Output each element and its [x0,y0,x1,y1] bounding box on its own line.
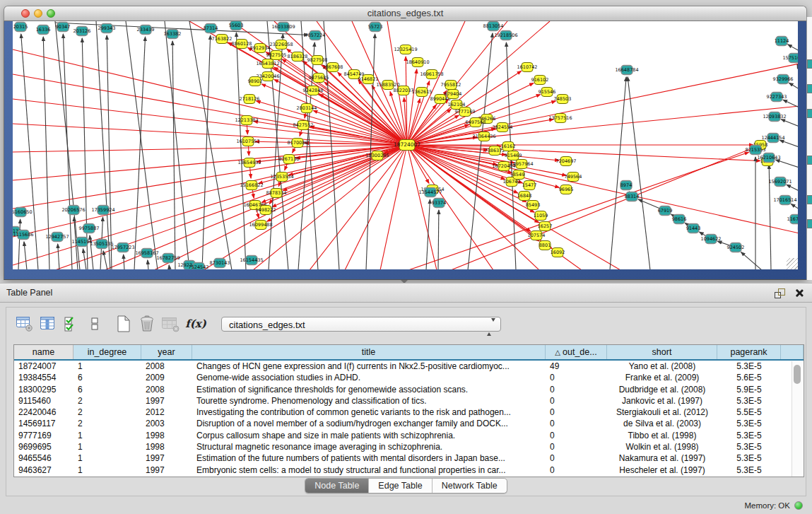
graph-node-9827505[interactable]: 9827505 [266,51,287,60]
table-cell[interactable]: Disruption of a novel member of a sodium… [192,418,546,429]
tab-edge-table[interactable]: Edge Table [369,479,432,493]
table-row[interactable]: 1938455462009Genome-wide association stu… [14,372,804,383]
graph-node-5498222[interactable]: 5498222 [256,206,276,215]
graph-node-96965[interactable]: 96965 [559,185,574,194]
graph-node-12213383[interactable]: 12213383 [235,116,258,125]
graph-node-15166822[interactable]: 15166822 [240,181,263,190]
graph-node-916102[interactable]: 916102 [531,76,549,85]
graph-node-93374[interactable]: 93374 [432,199,447,208]
table-cell[interactable]: Investigating the contribution of common… [192,407,546,418]
table-cell[interactable]: 1998 [141,430,192,441]
graph-node-20315[interactable]: 20315 [13,23,28,32]
table-cell[interactable]: Hescheler et al. (1997) [607,465,717,476]
graph-node-16099488[interactable]: 16099488 [249,221,272,230]
memory-indicator[interactable] [794,501,803,510]
graph-node-2718126[interactable]: 2718126 [240,95,260,104]
table-cell[interactable]: 0 [546,407,607,418]
graph-node-18640910[interactable]: 18640910 [406,58,429,67]
table-cell[interactable]: Yano et al. (2008) [607,361,717,372]
graph-node-8549[interactable]: 8549 [513,170,525,180]
graph-node-203126[interactable]: 203126 [73,27,91,36]
graph-node-8912934[interactable]: 8912934 [250,44,271,53]
tab-node-table[interactable]: Node Table [305,479,369,493]
table-cell[interactable]: 9699695 [14,441,73,452]
table-cell[interactable]: 2 [73,407,141,418]
unselect-all-button[interactable] [85,314,105,334]
table-cell[interactable]: 0 [546,372,607,383]
delete-button[interactable] [137,314,157,334]
network-canvas[interactable]: 7163822886012889129342322605898275051654… [13,21,798,269]
graph-node-17359924[interactable]: 17359924 [91,206,114,215]
scrollbar-thumb[interactable] [794,365,801,384]
table-cell[interactable]: Tibbo et al. (1998) [607,430,717,441]
table-cell[interactable]: 6 [73,372,141,383]
graph-node-13654932[interactable]: 13654932 [237,158,261,168]
graph-node-12325419[interactable]: 12325419 [394,45,417,54]
graph-node-1610742[interactable]: 1610742 [517,63,538,72]
graph-node-915469[interactable]: 915469 [505,151,522,160]
table-cell[interactable]: 9115460 [14,395,73,407]
graph-node-299343[interactable]: 299343 [98,24,116,33]
table-row[interactable]: 969969511998Structural magnetic resonanc… [14,441,804,452]
table-cell[interactable]: 18300295 [14,384,73,395]
table-cell[interactable]: 1998 [141,441,192,452]
table-cell[interactable]: Genome-wide association studies in ADHD. [192,372,546,383]
graph-node-7204697[interactable]: 7204697 [556,157,577,166]
graph-node-16848[interactable]: 16848 [517,192,532,201]
table-cell[interactable]: 5.5E-5 [717,407,781,418]
graph-node-85493[interactable]: 85493 [526,201,541,210]
table-row[interactable]: 1872400712008Changes of HCN gene express… [14,361,804,372]
table-cell[interactable]: 0 [546,430,607,441]
table-cell[interactable]: Stergiakouli et al. (2012) [607,407,717,418]
graph-node-1145194[interactable]: 1145194 [72,238,93,247]
graph-node-67919[interactable]: 67919 [658,206,673,216]
table-cell[interactable]: 5.3E-5 [717,361,781,372]
graph-node-915546[interactable]: 915546 [539,88,556,97]
graph-node-19218506[interactable]: 19218506 [494,31,517,40]
table-cell[interactable]: 5.3E-5 [717,465,781,476]
table-cell[interactable]: Structural magnetic resonance image aver… [192,441,546,452]
table-cell[interactable]: 1 [73,361,141,372]
table-cell[interactable]: 9465546 [14,452,73,464]
graph-node-13544577[interactable]: 13544577 [418,188,442,197]
graph-node-91443[interactable]: 91443 [686,224,701,233]
graph-node-25160650[interactable]: 25160650 [13,208,33,217]
graph-node-8822037[interactable]: 8822037 [394,86,414,95]
graph-node-116753[interactable]: 116753 [787,215,798,224]
table-cell[interactable]: 14569117 [14,418,73,429]
graph-node-98616[interactable]: 98616 [672,215,687,224]
table-cell[interactable]: 5.3E-5 [717,430,781,441]
graph-node-55603[interactable]: 55603 [229,21,244,30]
table-row[interactable]: 2242004622012Investigating the contribut… [14,407,804,418]
table-cell[interactable]: Franke et al. (2009) [607,372,717,383]
table-cell[interactable]: 9777169 [14,430,73,441]
table-cell[interactable]: 0 [546,395,607,407]
table-cell[interactable]: de Silva et al. (2003) [607,418,717,429]
graph-node-15692071[interactable]: 15692071 [768,177,792,187]
table-cell[interactable]: 2009 [141,372,192,383]
table-cell[interactable]: 19384554 [14,372,73,383]
table-mode-button[interactable] [15,314,35,334]
column-header-short[interactable]: short [607,345,717,359]
show-columns-button[interactable] [38,314,58,334]
table-cell[interactable]: 5.9E-5 [717,384,781,395]
column-header-year[interactable]: year [141,345,192,359]
table-cell[interactable]: 2 [73,395,141,407]
window-titlebar[interactable]: citations_edges.txt [4,6,807,21]
graph-node-23226058[interactable]: 23226058 [269,40,293,49]
graph-node-15477[interactable]: 15477 [522,181,537,190]
table-cell[interactable]: 6 [73,384,141,395]
graph-node-87314[interactable]: 87314 [204,24,218,33]
tab-network-table[interactable]: Network Table [433,479,507,493]
table-cell[interactable]: Jankovic et al. (1997) [607,395,717,407]
graph-node-1094622[interactable]: 1094622 [701,235,722,244]
graph-node-15751074[interactable]: 15751074 [782,54,798,63]
graph-node-8730143[interactable]: 8730143 [210,259,230,268]
graph-node-1362615[interactable]: 1362615 [412,88,433,97]
table-cell[interactable]: 5.3E-5 [717,452,781,464]
graph-node-7857224[interactable]: 7857224 [305,31,326,40]
graph-node-749564[interactable]: 749564 [565,173,582,182]
table-cell[interactable]: 1 [73,430,141,441]
graph-node-8215353[interactable]: 8215353 [746,146,766,155]
table-cell[interactable]: 22420046 [14,407,73,418]
